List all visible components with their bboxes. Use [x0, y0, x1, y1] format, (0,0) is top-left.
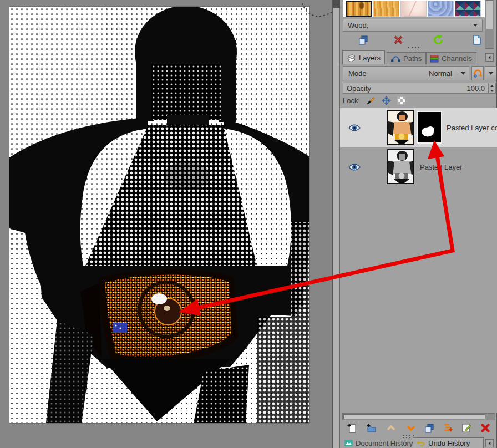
chevron-down-icon — [405, 422, 417, 434]
refresh-icon — [433, 34, 444, 45]
layer-list: Pasted Layer co — [340, 108, 497, 413]
opacity-slider[interactable]: Opacity 100.0 — [343, 83, 488, 94]
lock-controls: Lock: — [343, 95, 493, 106]
tab-label: Layers — [359, 54, 381, 62]
layer-thumbnail-grayscale[interactable] — [387, 149, 414, 184]
blend-space-dropdown[interactable] — [485, 66, 496, 80]
duplicate-layer-button[interactable] — [422, 421, 437, 435]
layer-name: Pasted Layer — [420, 147, 463, 187]
gimp-window: Wood, — [0, 0, 497, 448]
mode-reset-button[interactable] — [471, 66, 484, 80]
undo-arrow-icon — [416, 440, 425, 446]
tab-label: Document History — [356, 439, 413, 447]
canvas-vertical-scrollbar[interactable] — [332, 0, 340, 448]
layer-name: Pasted Layer co — [447, 108, 497, 147]
dock-drag-grip[interactable] — [408, 46, 421, 49]
raise-layer-button[interactable] — [384, 421, 398, 435]
layer-mode-dropdown[interactable]: Mode Normal — [343, 66, 469, 80]
pattern-scrollbar-thumb[interactable] — [486, 1, 493, 29]
pattern-tile-wood-light[interactable] — [373, 1, 399, 17]
triangle-up-icon — [490, 85, 494, 87]
tab-channels[interactable]: Channels — [426, 52, 476, 64]
new-group-icon — [366, 422, 377, 434]
mode-label: Mode — [348, 69, 367, 78]
paths-icon — [391, 55, 400, 62]
chevron-down-icon — [473, 24, 478, 27]
new-group-button[interactable] — [364, 421, 379, 435]
delete-pattern-button[interactable] — [392, 33, 405, 47]
tab-label: Paths — [403, 54, 422, 63]
triangle-down-icon — [490, 90, 494, 92]
pattern-palette — [343, 0, 486, 17]
pattern-name-dropdown[interactable]: Wood, — [343, 19, 483, 32]
delete-layer-button[interactable] — [478, 421, 493, 435]
dock-menu-button[interactable] — [485, 53, 494, 62]
spin-up-button[interactable] — [489, 83, 495, 88]
edit-page-icon — [461, 422, 472, 434]
delete-cross-icon — [393, 34, 404, 45]
selection-ants-curve — [300, 0, 334, 23]
triangle-left-icon — [487, 441, 492, 446]
layers-icon — [347, 54, 356, 62]
pattern-tile-marble-pink[interactable] — [400, 1, 427, 17]
pattern-scrollbar[interactable] — [485, 0, 494, 49]
reset-mode-icon — [473, 69, 483, 78]
image-canvas-area[interactable] — [0, 0, 332, 448]
scrollbar-cap — [333, 0, 340, 8]
chevron-up-icon — [386, 422, 397, 434]
move-arrows-icon[interactable] — [382, 96, 391, 105]
triangle-left-icon — [487, 55, 492, 60]
spin-down-button[interactable] — [489, 88, 495, 93]
chevron-down-icon — [461, 72, 465, 75]
visibility-eye-icon[interactable] — [348, 163, 361, 171]
chevron-down-icon — [489, 72, 493, 75]
alpha-checker-icon[interactable] — [397, 96, 405, 105]
layer-mask-button[interactable] — [459, 421, 474, 435]
new-layer-button[interactable] — [345, 421, 359, 435]
merge-down-icon — [442, 422, 453, 434]
layer-mask-thumbnail[interactable] — [417, 111, 442, 144]
tab-document-history[interactable]: Document History — [342, 438, 415, 448]
hscrollbar-thumb[interactable] — [343, 414, 485, 419]
opacity-label: Opacity — [347, 84, 371, 93]
image-icon — [344, 440, 353, 446]
pattern-tile-quilt-triangles[interactable] — [455, 1, 481, 17]
document-icon — [471, 34, 483, 45]
open-pattern-button[interactable] — [470, 33, 484, 47]
channels-icon — [430, 55, 439, 63]
layer-row-pasted-layer[interactable]: Pasted Layer — [340, 147, 497, 187]
tab-layers[interactable]: Layers — [342, 50, 385, 64]
visibility-eye-icon[interactable] — [348, 124, 361, 132]
layers-toolbar — [340, 420, 497, 435]
duplicate-icon — [424, 422, 435, 434]
mode-value: Normal — [429, 69, 457, 78]
duplicate-pattern-button[interactable] — [357, 33, 370, 47]
layers-dock-panel: Wood, — [340, 0, 497, 448]
layer-row-pasted-layer-copy[interactable]: Pasted Layer co — [340, 108, 497, 147]
dock-tab-bar: Layers Paths Channels — [340, 50, 497, 64]
opacity-value: 100.0 — [466, 84, 485, 93]
merge-down-button[interactable] — [440, 421, 455, 435]
new-layer-icon — [347, 422, 358, 434]
lock-label: Lock: — [343, 96, 360, 105]
paintbrush-icon[interactable] — [366, 96, 376, 105]
dock-menu-button[interactable] — [485, 439, 494, 447]
halftone-wrestler-image[interactable] — [9, 7, 309, 423]
pattern-name-label: Wood, — [348, 21, 473, 29]
lower-layer-button[interactable] — [404, 421, 418, 435]
tab-undo-history[interactable]: Undo History — [413, 437, 484, 448]
delete-x-icon — [480, 422, 491, 434]
opacity-spinner[interactable] — [488, 83, 496, 94]
layer-thumbnail-color[interactable] — [387, 110, 414, 145]
tab-label: Undo History — [428, 439, 470, 447]
duplicate-icon — [358, 34, 369, 45]
tab-label: Channels — [442, 54, 472, 63]
refresh-patterns-button[interactable] — [432, 33, 445, 47]
pattern-tile-water-blue[interactable] — [428, 1, 454, 17]
tab-paths[interactable]: Paths — [387, 52, 426, 64]
pattern-tile-wood-dark[interactable] — [346, 1, 372, 17]
